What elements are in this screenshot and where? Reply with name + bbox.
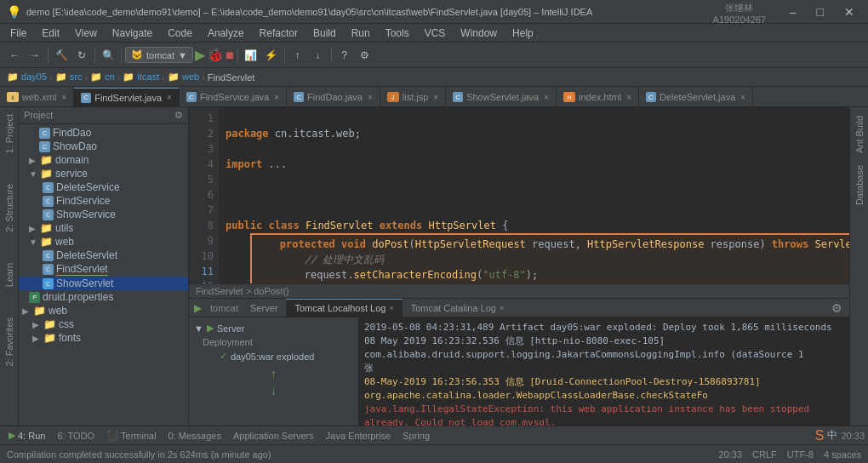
- tree-deleteService[interactable]: C DeleteService: [19, 180, 188, 194]
- menu-analyze[interactable]: Analyze: [201, 26, 251, 41]
- bt-terminal[interactable]: ⬛ Terminal: [101, 428, 162, 443]
- bt-run[interactable]: ▶ 4: Run: [3, 428, 50, 443]
- stop-button[interactable]: ■: [226, 48, 234, 63]
- run-button[interactable]: ▶: [195, 47, 205, 63]
- menu-view[interactable]: View: [68, 26, 104, 41]
- settings-btn[interactable]: ⚙: [356, 46, 374, 65]
- right-tool-build[interactable]: Ant Build: [853, 111, 866, 158]
- profile-btn[interactable]: ⚡: [262, 46, 281, 65]
- close-tab-index-html[interactable]: ×: [626, 93, 631, 102]
- menu-navigate[interactable]: Navigate: [106, 26, 159, 41]
- tab-findservlet[interactable]: C FindServlet.java ×: [74, 88, 180, 106]
- tab-web-xml[interactable]: x web.xml ×: [0, 88, 74, 106]
- server-expand[interactable]: ▼: [194, 323, 203, 334]
- close-button[interactable]: ✕: [837, 5, 861, 19]
- tree-showServlet[interactable]: C ShowServlet: [19, 277, 188, 290]
- tree-druid-props[interactable]: P druid.properties: [19, 290, 188, 304]
- help-btn[interactable]: ?: [335, 46, 354, 65]
- menu-run[interactable]: Run: [345, 26, 377, 41]
- search-everywhere[interactable]: 🔍: [99, 46, 117, 65]
- menu-tools[interactable]: Tools: [379, 26, 416, 41]
- close-tab-web-xml[interactable]: ×: [61, 93, 66, 102]
- menu-file[interactable]: File: [3, 26, 33, 41]
- menu-window[interactable]: Window: [454, 26, 504, 41]
- tree-findDao[interactable]: C FindDao: [19, 126, 188, 140]
- tree-domain[interactable]: ▶ 📁 domain: [19, 153, 188, 167]
- bottom-tab-catalina-log[interactable]: Tomcat Catalina Log ×: [403, 299, 513, 317]
- close-localhost-log[interactable]: ×: [389, 304, 393, 312]
- close-tab-finddao[interactable]: ×: [368, 93, 373, 102]
- breadcrumb-itcast[interactable]: 📁 itcast: [123, 71, 159, 83]
- title-right[interactable]: 张继林 A190204267 – □ ✕: [783, 5, 861, 19]
- debug-button[interactable]: 🐞: [207, 47, 224, 63]
- close-tab-list-jsp[interactable]: ×: [433, 93, 438, 102]
- tree-fonts[interactable]: ▶ 📁 fonts: [19, 331, 188, 345]
- vcs-btn[interactable]: ↑: [288, 46, 307, 65]
- tree-findServlet[interactable]: C FindServlet: [19, 262, 188, 277]
- sync-btn[interactable]: ↻: [72, 46, 91, 65]
- indentation[interactable]: 4 spaces: [824, 449, 861, 460]
- bt-java-enterprise[interactable]: Java Enterprise: [321, 429, 396, 443]
- bottom-tab-server[interactable]: Server: [242, 299, 286, 317]
- bt-messages[interactable]: 0: Messages: [163, 429, 226, 443]
- tree-css[interactable]: ▶ 📁 css: [19, 317, 188, 331]
- close-tab-findservice[interactable]: ×: [274, 93, 279, 102]
- bt-app-servers[interactable]: Application Servers: [228, 429, 319, 443]
- sidebar-gear[interactable]: ⚙: [174, 110, 183, 121]
- tab-showservlet[interactable]: C ShowServlet.java ×: [446, 88, 557, 106]
- bottom-gear-icon[interactable]: ⚙: [831, 301, 846, 315]
- left-tab-learn[interactable]: Learn: [3, 256, 16, 294]
- code-content[interactable]: package cn.itcast.web; import ... public…: [219, 107, 849, 283]
- left-tab-project[interactable]: 1: Project: [3, 107, 16, 160]
- tab-finddao[interactable]: C FindDao.java ×: [287, 88, 380, 106]
- close-tab-deleteservlet[interactable]: ×: [740, 93, 745, 102]
- breadcrumb-web[interactable]: 📁 web: [168, 71, 199, 83]
- tree-showDao[interactable]: C ShowDao: [19, 140, 188, 153]
- download-btn[interactable]: ↓: [271, 384, 277, 397]
- breadcrumb-day05[interactable]: 📁 day05: [7, 71, 47, 83]
- menu-refactor[interactable]: Refactor: [253, 26, 305, 41]
- tab-index-html[interactable]: H index.html ×: [557, 88, 639, 106]
- vcs-update-btn[interactable]: ↓: [309, 46, 328, 65]
- tree-web-package[interactable]: ▼ 📁 web: [19, 235, 188, 249]
- close-catalina-log[interactable]: ×: [500, 304, 504, 312]
- tree-showService[interactable]: C ShowService: [19, 208, 188, 221]
- forward-btn[interactable]: →: [26, 46, 44, 65]
- run-config[interactable]: 🐱 tomcat ▼: [125, 47, 193, 63]
- code-area[interactable]: 1 2 3 4 5 6 7 8 9 10 11 12 13 14: [189, 107, 849, 283]
- tree-service[interactable]: ▼ 📁 service: [19, 167, 188, 180]
- left-tab-favorites[interactable]: 2: Favorites: [3, 311, 16, 373]
- right-tool-database[interactable]: Database: [853, 160, 866, 210]
- bottom-tab-localhost-log[interactable]: Tomcat Localhost Log ×: [286, 299, 402, 317]
- menu-build[interactable]: Build: [306, 26, 343, 41]
- menu-help[interactable]: Help: [505, 26, 540, 41]
- maximize-button[interactable]: □: [810, 5, 831, 19]
- bt-spring[interactable]: Spring: [397, 429, 435, 443]
- tab-list-jsp[interactable]: J list.jsp ×: [380, 88, 446, 106]
- deploy-item[interactable]: ✓ day05:war exploded: [203, 349, 355, 363]
- close-tab-showservlet[interactable]: ×: [544, 93, 549, 102]
- breadcrumb-src[interactable]: 📁 src: [55, 71, 83, 83]
- tree-utils[interactable]: ▶ 📁 utils: [19, 221, 188, 235]
- cursor-position[interactable]: 20:33: [719, 449, 743, 460]
- tree-findService[interactable]: C FindService: [19, 194, 188, 208]
- left-tab-structure[interactable]: 2: Structure: [3, 177, 16, 239]
- back-btn[interactable]: ←: [5, 46, 24, 65]
- breadcrumb-cn[interactable]: 📁 cn: [90, 71, 115, 83]
- menu-edit[interactable]: Edit: [35, 26, 66, 41]
- coverage-btn[interactable]: 📊: [242, 46, 260, 65]
- tree-deleteServlet[interactable]: C DeleteServlet: [19, 249, 188, 262]
- upload-btn[interactable]: ↑: [271, 367, 277, 380]
- bt-todo[interactable]: 6: TODO: [52, 429, 100, 443]
- tab-deleteservlet[interactable]: C DeleteServlet.java ×: [639, 88, 753, 106]
- build-btn[interactable]: 🔨: [52, 46, 71, 65]
- tree-web-folder[interactable]: ▶ 📁 web: [19, 304, 188, 317]
- tab-findservice[interactable]: C FindService.java ×: [180, 88, 287, 106]
- menu-vcs[interactable]: VCS: [418, 26, 453, 41]
- minimize-button[interactable]: –: [783, 5, 803, 19]
- menu-code[interactable]: Code: [161, 26, 199, 41]
- encoding[interactable]: UTF-8: [787, 449, 814, 460]
- line-separator[interactable]: CRLF: [752, 449, 777, 460]
- breadcrumb-findservlet[interactable]: FindServlet: [208, 72, 255, 83]
- close-tab-findservlet[interactable]: ×: [167, 93, 172, 102]
